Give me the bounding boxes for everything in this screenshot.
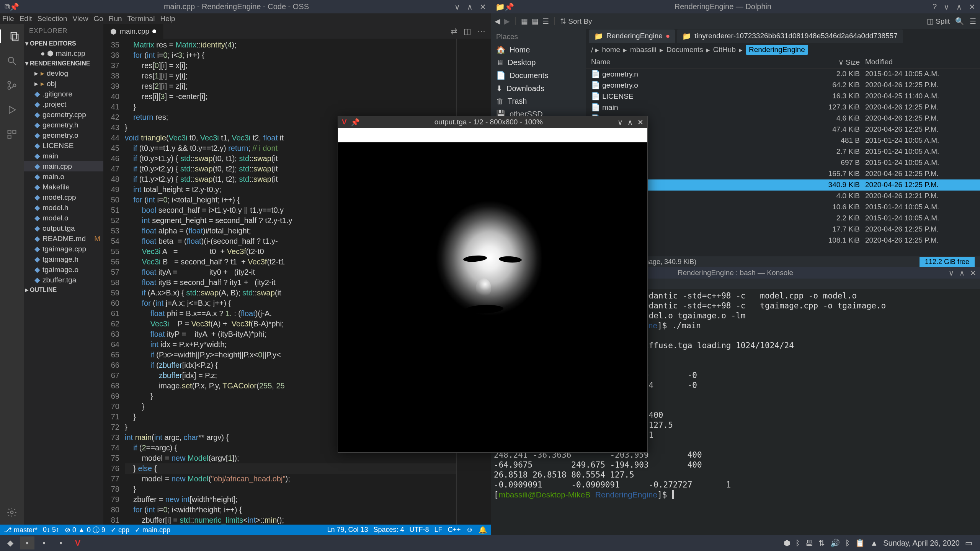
image-viewer-titlebar[interactable]: V 📌 output.tga - 1/2 - 800x800 - 100% ∨ … [338, 116, 647, 128]
tree-item[interactable]: ◆ .project [24, 99, 103, 109]
encoding-status[interactable]: UTF-8 [410, 526, 429, 534]
taskbar-app-2[interactable]: ▪ [37, 536, 51, 549]
forward-icon[interactable]: ▶ [504, 17, 510, 26]
scm-icon[interactable] [5, 78, 19, 92]
help-icon[interactable]: ? [933, 2, 937, 11]
file-chip[interactable]: ✓ main.cpp [135, 526, 170, 534]
place-trash[interactable]: 🗑 Trash [491, 95, 586, 108]
bell-icon[interactable]: 🔔 [479, 526, 487, 534]
back-icon[interactable]: ◀ [495, 17, 500, 26]
eol-status[interactable]: LF [434, 526, 443, 534]
menu-icon[interactable]: ☰ [970, 17, 976, 26]
tree-item[interactable]: ◆ geometry.o [24, 130, 103, 140]
tree-item[interactable]: ◆ main.o [24, 171, 103, 182]
open-editor-item[interactable]: ● ⬢ main.cpp [24, 48, 103, 59]
tray-bluetooth-icon[interactable]: ᛒ [795, 539, 800, 548]
dolphin-tab-0[interactable]: 📁 RenderingEngine ● [589, 29, 675, 43]
tree-item[interactable]: ◆ Makefile [24, 182, 103, 192]
diagnostics-status[interactable]: ⊘ 0 ▲ 0 ⓘ 9 [65, 525, 105, 535]
file-row[interactable]: 📄 geometry.o64.2 KiB2020-04-26 12:25 P.M… [586, 80, 980, 91]
list-header[interactable]: Name ∨ Size Modified [586, 56, 980, 68]
tree-item[interactable]: ◆ geometry.cpp [24, 109, 103, 120]
tray-printer-icon[interactable]: 🖶 [805, 539, 813, 548]
vscode-titlebar[interactable]: ⧉ 📌 main.cpp - RenderingEngine - Code - … [0, 0, 491, 13]
menu-help[interactable]: Help [160, 15, 175, 23]
image-canvas[interactable] [338, 142, 647, 452]
compare-icon[interactable]: ⇄ [451, 27, 457, 36]
place-desktop[interactable]: 🖥 Desktop [491, 56, 586, 69]
debug-icon[interactable] [5, 103, 19, 117]
view-details-icon[interactable]: ☰ [542, 17, 549, 26]
more-icon[interactable]: ⋯ [477, 27, 485, 36]
menu-selection[interactable]: Selection [37, 15, 67, 23]
sync-status[interactable]: 0↓ 5↑ [43, 526, 59, 534]
tray-volume-icon[interactable]: 🔊 [830, 538, 840, 548]
menu-edit[interactable]: Edit [20, 15, 32, 23]
image-viewer-window[interactable]: V 📌 output.tga - 1/2 - 800x800 - 100% ∨ … [338, 116, 648, 453]
project-section[interactable]: ▾ RENDERINGENGINE [24, 59, 103, 68]
split-button[interactable]: ◫ Split [927, 17, 950, 26]
tree-item[interactable]: ◆ .gitignore [24, 89, 103, 99]
clock[interactable]: Sunday, April 26, 2020 [883, 539, 960, 548]
tree-item[interactable]: ◆ main [24, 151, 103, 161]
pin-icon[interactable]: 📌 [505, 3, 513, 11]
tree-item[interactable]: ▸ ▸ obj [24, 78, 103, 89]
menu-run[interactable]: Run [109, 15, 122, 23]
place-downloads[interactable]: ⬇ Downloads [491, 82, 586, 95]
start-icon[interactable]: ◆ [3, 536, 18, 549]
explorer-icon[interactable] [0, 29, 24, 43]
extensions-icon[interactable] [5, 127, 19, 141]
close-icon[interactable]: ✕ [970, 269, 976, 277]
branch-status[interactable]: ⎇ master* [4, 526, 38, 534]
minimize-icon[interactable]: ∨ [949, 269, 954, 277]
view-compact-icon[interactable]: ▤ [532, 17, 539, 26]
maximize-icon[interactable]: ∧ [956, 2, 962, 11]
tray-up-icon[interactable]: ▲ [870, 539, 878, 548]
minimize-icon[interactable]: ∨ [944, 2, 949, 11]
tree-item[interactable]: ◆ LICENSE [24, 140, 103, 151]
tree-item[interactable]: ◆ README.md M [24, 233, 103, 244]
sort-by-button[interactable]: ⇅ Sort By [560, 17, 592, 26]
tree-item[interactable]: ◆ zbuffer.tga [24, 275, 103, 285]
pin-icon[interactable]: 📌 [10, 3, 18, 11]
open-editors-section[interactable]: ▾ OPEN EDITORS [24, 39, 103, 48]
settings-icon[interactable] [5, 505, 19, 519]
file-row[interactable]: 📄 LICENSE16.3 KiB2020-04-25 11:40 A.M. [586, 91, 980, 102]
image-viewer-toolbar[interactable] [338, 128, 647, 142]
taskbar-app-4[interactable]: V [70, 536, 85, 549]
tree-item[interactable]: ◆ tgaimage.cpp [24, 244, 103, 254]
menu-go[interactable]: Go [93, 15, 103, 23]
place-documents[interactable]: 📄 Documents [491, 69, 586, 82]
split-editor-icon[interactable]: ◫ [464, 27, 471, 36]
close-icon[interactable]: ✕ [637, 118, 644, 127]
place-home[interactable]: 🏠 Home [491, 43, 586, 56]
search-icon[interactable]: 🔍 [955, 17, 964, 26]
tree-item[interactable]: ◆ main.cpp [24, 161, 103, 171]
taskbar-app-1[interactable]: ▪ [20, 536, 34, 549]
cursor-pos[interactable]: Ln 79, Col 13 [327, 526, 368, 534]
minimize-icon[interactable]: ∨ [454, 2, 460, 11]
close-icon[interactable]: ✕ [969, 2, 975, 11]
menu-terminal[interactable]: Terminal [127, 15, 155, 23]
minimize-icon[interactable]: ∨ [617, 118, 623, 127]
lang-chip[interactable]: ✓ cpp [111, 526, 129, 534]
spaces-status[interactable]: Spaces: 4 [374, 526, 404, 534]
tree-item[interactable]: ◆ tgaimage.h [24, 254, 103, 264]
tree-item[interactable]: ◆ output.tga [24, 223, 103, 233]
tray-icon[interactable]: ⬢ [784, 538, 790, 548]
close-icon[interactable]: ✕ [480, 2, 486, 11]
tree-item[interactable]: ◆ geometry.h [24, 120, 103, 130]
dolphin-titlebar[interactable]: 📁 📌 RenderingEngine — Dolphin ? ∨ ∧ ✕ [491, 0, 980, 13]
menu-file[interactable]: File [2, 15, 14, 23]
tree-item[interactable]: ◆ model.cpp [24, 192, 103, 202]
tray-clipboard-icon[interactable]: 📋 [855, 538, 865, 548]
editor-tab[interactable]: ⬢ main.cpp [103, 24, 163, 39]
taskbar-app-3[interactable]: ▪ [54, 536, 68, 549]
pin-icon[interactable]: 📌 [351, 118, 360, 127]
tree-item[interactable]: ◆ model.o [24, 213, 103, 223]
maximize-icon[interactable]: ∧ [627, 118, 633, 127]
feedback-icon[interactable]: ☺ [466, 526, 473, 534]
tray-bt2-icon[interactable]: ᛒ [845, 539, 850, 548]
file-row[interactable]: 📄 main127.3 KiB2020-04-26 12:25 P.M. [586, 102, 980, 113]
tray-network-icon[interactable]: ⇅ [818, 538, 825, 548]
